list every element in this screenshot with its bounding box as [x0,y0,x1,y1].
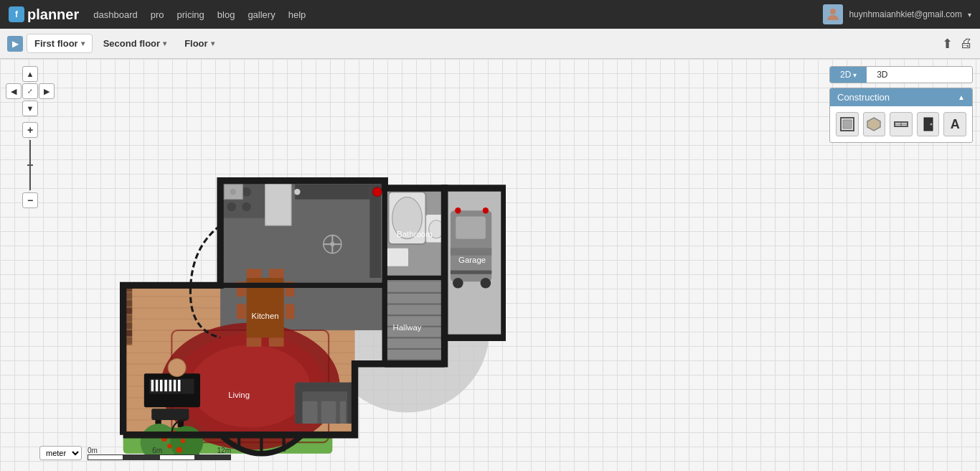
scale-seg-2 [123,454,159,460]
svg-point-86 [181,439,185,443]
svg-rect-63 [295,383,302,424]
construction-title: Construction [837,92,890,103]
garage-label: Garage [458,256,486,264]
svg-rect-75 [173,380,176,392]
svg-rect-72 [160,380,163,392]
svg-rect-54 [456,217,486,239]
svg-point-125 [930,123,932,126]
scale-seg-4 [195,454,231,460]
svg-rect-107 [369,185,381,278]
svg-rect-32 [247,337,262,347]
fit-button[interactable]: ⤢ [22,83,38,99]
svg-rect-29 [286,304,295,319]
svg-rect-73 [164,380,167,392]
nav-links: dashboard pro pricing blog gallery help [93,9,823,20]
user-email: huynhmaianhkiet@gmail.com [849,9,962,19]
nav-help[interactable]: help [288,9,306,20]
construction-panel: Construction ▲ [829,88,973,143]
second-floor-tab[interactable]: Second floor ▾ [96,34,174,52]
svg-rect-56 [451,271,491,274]
svg-rect-39 [265,181,291,225]
text-tool-button[interactable]: A [943,112,966,136]
window-tool-button[interactable] [890,112,913,136]
floorplan-svg: Kitchen Bathroom Hallway Garage Living [39,98,506,457]
app-logo[interactable]: f planner [9,6,79,23]
svg-point-115 [373,187,382,196]
scale-labels: 0m 6m 12m [88,447,231,454]
toggle-sidebar-button[interactable]: ▶ [7,36,23,52]
construction-tools: A [830,106,972,142]
pan-down-button[interactable]: ▼ [22,101,38,116]
svg-rect-27 [237,304,246,319]
logo-text: planner [27,6,79,23]
user-avatar [823,4,843,24]
construction-header[interactable]: Construction ▲ [830,88,972,106]
text-tool-label: A [951,117,960,132]
svg-rect-65 [303,401,318,424]
svg-rect-66 [321,401,336,424]
svg-point-117 [230,189,236,195]
nav-pricing[interactable]: pricing [177,9,204,20]
floor-caret-icon: ▾ [211,39,215,47]
pan-left-button[interactable]: ◀ [6,83,22,99]
pan-right-button[interactable]: ▶ [39,83,55,99]
nav-pro[interactable]: pro [151,9,164,20]
main-area: ▲ ◀ ⤢ ▶ ▼ + − [0,59,980,471]
svg-point-80 [168,359,186,377]
second-floor-label: Second floor [103,38,160,49]
scale-seg-1 [88,454,123,460]
zoom-out-button[interactable]: − [22,192,38,208]
svg-rect-31 [269,269,284,279]
floor-bar: ▶ First floor ▾ Second floor ▾ Floor ▾ ⬆… [0,29,980,59]
canvas-area[interactable]: ▲ ◀ ⤢ ▶ ▼ + − [0,59,980,471]
svg-marker-120 [867,118,880,131]
nav-dashboard[interactable]: dashboard [93,9,137,20]
print-icon[interactable]: 🖨 [960,36,973,51]
construction-collapse-icon: ▲ [958,93,965,101]
3d-view-button[interactable]: 3D [867,67,897,83]
logo-icon: f [9,6,24,22]
door-tool-button[interactable] [917,112,940,136]
2d-view-button[interactable]: 2D [830,67,867,83]
svg-point-108 [294,189,300,195]
svg-rect-55 [451,248,491,255]
second-floor-caret-icon: ▾ [163,39,166,47]
user-chevron-icon: ▾ [968,11,971,19]
scale-seg-3 [159,454,195,460]
first-floor-caret-icon: ▾ [81,39,85,47]
svg-rect-74 [169,380,171,392]
right-panel: 2D 3D Construction ▲ [829,66,973,143]
first-floor-tab[interactable]: First floor ▾ [27,34,93,53]
first-floor-label: First floor [34,38,78,49]
unit-select[interactable]: meter [39,446,82,460]
scale-bar: meter 0m 6m 12m [39,446,231,460]
nav-gallery[interactable]: gallery [248,9,275,20]
svg-rect-119 [843,120,852,129]
svg-point-0 [830,9,836,14]
svg-rect-62 [295,383,354,392]
svg-point-38 [242,202,251,212]
pan-up-button[interactable]: ▲ [22,66,38,82]
floor-tool-button[interactable] [863,112,886,136]
svg-point-59 [455,207,461,213]
svg-rect-106 [295,185,369,200]
user-menu[interactable]: huynhmaianhkiet@gmail.com ▾ [823,4,971,24]
bathroom-label: Bathroom [397,230,433,238]
svg-point-37 [227,202,236,212]
scale-mark-0: 0m [88,447,98,454]
nav-blog[interactable]: blog [217,9,235,20]
svg-rect-33 [269,337,284,347]
walls-tool-button[interactable] [836,112,859,136]
svg-point-60 [483,207,489,213]
hallway-label: Hallway [392,323,421,332]
living-label: Living [228,391,250,399]
svg-rect-30 [247,269,262,279]
share-icon[interactable]: ⬆ [942,36,953,52]
svg-point-58 [481,278,491,289]
floor-tab[interactable]: Floor ▾ [177,34,222,52]
scale-ruler: 0m 6m 12m [88,447,231,460]
svg-rect-67 [340,401,346,424]
scale-mark-2: 12m [217,447,231,454]
zoom-in-button[interactable]: + [22,122,38,138]
svg-point-36 [242,187,251,196]
